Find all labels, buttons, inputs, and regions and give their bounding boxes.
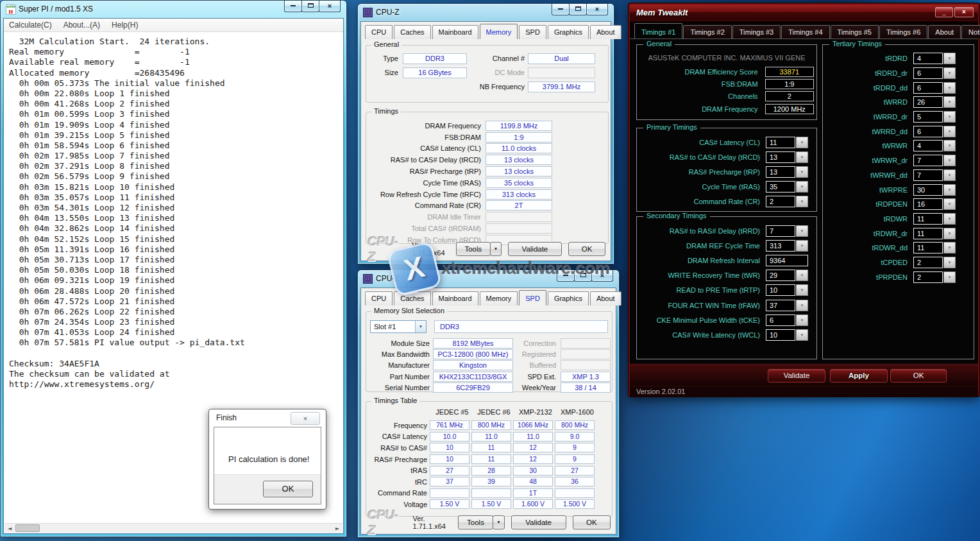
spinner-dropdown-icon[interactable]: ▼ [796, 329, 808, 341]
spinner-dropdown-icon[interactable]: ▼ [943, 213, 956, 225]
row-label: tRAS [369, 467, 430, 474]
ok-button[interactable]: OK [890, 369, 947, 382]
ok-button[interactable]: OK [263, 481, 313, 497]
dialog-close-icon[interactable]: × [291, 412, 320, 425]
cpuz-tab[interactable]: CPU [365, 25, 393, 39]
spinner-dropdown-icon[interactable]: ▼ [943, 140, 956, 151]
spinner-dropdown-icon[interactable]: ▼ [796, 181, 808, 193]
cpuz-tab[interactable]: SPD [519, 290, 546, 305]
spinner-dropdown-icon[interactable]: ▼ [943, 53, 956, 64]
maximize-button[interactable] [574, 270, 592, 282]
menu-item[interactable]: Calculate(C) [9, 21, 52, 30]
tools-dropdown-icon[interactable]: ▼ [493, 515, 504, 529]
minimize-button[interactable] [284, 1, 302, 12]
timing-label: WRITE Recovery Time (tWR) [639, 271, 760, 279]
spinner-dropdown-icon[interactable]: ▼ [943, 198, 956, 210]
memtweakit-tab[interactable]: Notice [961, 25, 980, 39]
validate-button[interactable]: Validate [508, 242, 562, 256]
cpuz-tab[interactable]: Caches [394, 25, 430, 39]
spinner-dropdown-icon[interactable]: ▼ [796, 314, 808, 326]
output-line: 0h 07m 06.262s Loop 22 finished [9, 307, 342, 317]
memtweakit-tab[interactable]: About [928, 25, 961, 39]
close-button[interactable]: × [591, 270, 613, 282]
memtweakit-tab[interactable]: Timings #5 [831, 25, 879, 39]
spinner-dropdown-icon[interactable]: ▼ [796, 284, 808, 296]
cpuz-tab[interactable]: Memory [480, 291, 518, 305]
spinner-dropdown-icon[interactable]: ▼ [943, 96, 956, 108]
memtweakit-tab[interactable]: Timings #2 [683, 25, 731, 39]
spinner-dropdown-icon[interactable]: ▼ [943, 155, 956, 166]
timing-value: 11 [913, 228, 943, 239]
spinner-dropdown-icon[interactable]: ▼ [943, 126, 956, 137]
spinner-dropdown-icon[interactable]: ▼ [943, 242, 956, 253]
close-button[interactable]: × [319, 1, 341, 12]
superpi-titlebar[interactable]: SUPERπ Super PI / mod1.5 XS × [1, 1, 346, 18]
close-button[interactable]: × [586, 4, 608, 15]
tools-dropdown-icon[interactable]: ▼ [490, 242, 502, 256]
minimize-button[interactable] [552, 4, 570, 15]
cpuz-titlebar[interactable]: CPU-Z × [358, 4, 614, 21]
scroll-right-icon[interactable]: ► [332, 524, 342, 533]
spinner-dropdown-icon[interactable]: ▼ [943, 111, 956, 123]
spinner-dropdown-icon[interactable]: ▼ [796, 300, 808, 311]
output-line: 0h 00m 05.373s The initial value finishe… [9, 78, 342, 89]
timing-label: tRDWR_dd [825, 244, 908, 252]
memtweakit-tab[interactable]: Timings #4 [781, 25, 829, 39]
chevron-down-icon[interactable]: ▼ [415, 321, 426, 332]
memtweakit-titlebar[interactable]: Mem TweakIt _ × [630, 4, 978, 21]
ok-button[interactable]: OK [568, 242, 605, 256]
tools-button[interactable]: Tools [458, 515, 494, 529]
maximize-button[interactable] [301, 1, 319, 12]
spinner-dropdown-icon[interactable]: ▼ [943, 184, 956, 196]
menu-item[interactable]: About...(A) [63, 21, 100, 30]
cpuz-tab[interactable]: SPD [519, 25, 546, 39]
spinner-dropdown-icon[interactable]: ▼ [796, 196, 808, 207]
spinner-dropdown-icon[interactable]: ▼ [796, 151, 808, 163]
memtweakit-tab[interactable]: Timings #3 [732, 25, 781, 39]
scrollbar-thumb[interactable] [15, 524, 40, 532]
spinner-dropdown-icon[interactable]: ▼ [943, 169, 956, 181]
spinner-dropdown-icon[interactable]: ▼ [943, 257, 956, 268]
scroll-left-icon[interactable]: ◄ [4, 524, 15, 533]
cpuz-titlebar[interactable]: CPU-Z × [358, 270, 619, 288]
minimize-button[interactable]: _ [935, 7, 953, 17]
cpuz-tab[interactable]: About [590, 25, 621, 39]
spinner-dropdown-icon[interactable]: ▼ [796, 240, 808, 252]
cpuz-tab[interactable]: Graphics [548, 291, 589, 305]
cpuz-tab[interactable]: Mainboard [432, 291, 478, 305]
validate-button[interactable]: Validate [768, 369, 825, 382]
cell-xmp1600: 800 MHz [555, 420, 595, 430]
timing-label: CAS# Write Latency (tWCL) [639, 331, 760, 339]
spinner-dropdown-icon[interactable]: ▼ [943, 271, 956, 283]
validate-button[interactable]: Validate [511, 515, 566, 529]
size-value: 16 GBytes [403, 67, 467, 78]
cpuz-tab[interactable]: Memory [480, 24, 518, 39]
cpuz-tab[interactable]: About [590, 291, 621, 305]
timing-control: 29 ▼ [766, 270, 808, 281]
spinner-dropdown-icon[interactable]: ▼ [796, 225, 808, 237]
spinner-dropdown-icon[interactable]: ▼ [943, 228, 956, 239]
close-button[interactable]: × [954, 7, 974, 17]
timing-label: tRDWR [825, 215, 908, 223]
cpuz-tab[interactable]: CPU [365, 291, 393, 305]
spinner-dropdown-icon[interactable]: ▼ [796, 166, 808, 178]
cpuz-tab[interactable]: Mainboard [432, 25, 478, 39]
tools-button[interactable]: Tools [456, 242, 491, 256]
spinner-dropdown-icon[interactable]: ▼ [796, 137, 808, 148]
apply-button[interactable]: Apply [830, 369, 888, 382]
cpuz-tab[interactable]: Graphics [548, 25, 589, 39]
ok-button[interactable]: OK [573, 515, 611, 529]
maximize-button[interactable] [569, 4, 587, 15]
minimize-button[interactable] [557, 270, 575, 282]
horizontal-scrollbar[interactable]: ◄ ► [4, 523, 342, 533]
spinner-dropdown-icon[interactable]: ▼ [943, 67, 956, 79]
cpuz-tab[interactable]: Caches [394, 291, 430, 305]
timing-value: 26 [913, 96, 943, 108]
menu-item[interactable]: Help(H) [112, 21, 138, 30]
spinner-dropdown-icon[interactable]: ▼ [796, 270, 808, 281]
slot-select[interactable]: Slot #1 ▼ [370, 320, 427, 333]
general-group: General ASUSTeK COMPUTER INC. MAXIMUS VI… [636, 44, 817, 120]
spinner-dropdown-icon[interactable]: ▼ [943, 82, 956, 94]
memtweakit-tab[interactable]: Timings #6 [879, 25, 927, 39]
memtweakit-tab[interactable]: Timings #1 [634, 23, 682, 39]
